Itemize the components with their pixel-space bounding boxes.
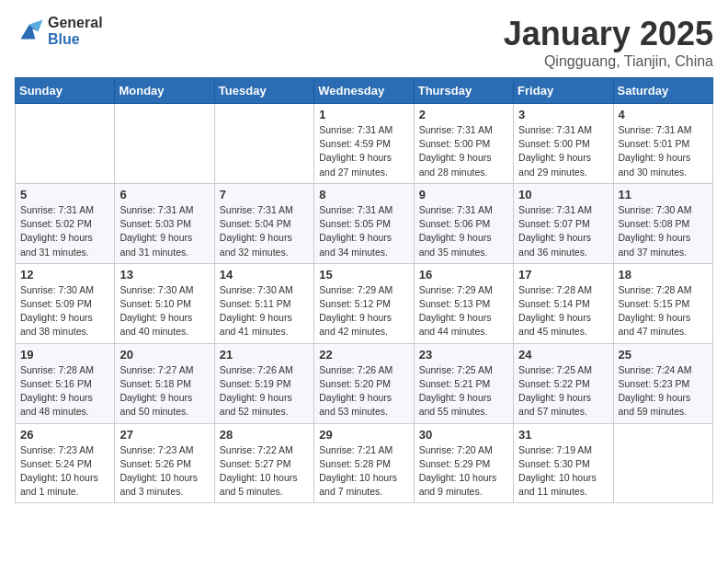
day-number: 18	[619, 268, 708, 282]
day-info: Sunrise: 7:31 AM Sunset: 5:05 PM Dayligh…	[319, 203, 408, 259]
calendar-cell: 9Sunrise: 7:31 AM Sunset: 5:06 PM Daylig…	[414, 183, 513, 263]
title-block: January 2025 Qingguang, Tianjin, China	[504, 15, 713, 70]
day-info: Sunrise: 7:31 AM Sunset: 5:07 PM Dayligh…	[518, 203, 608, 259]
header-day: Monday	[115, 78, 214, 104]
calendar-cell: 3Sunrise: 7:31 AM Sunset: 5:00 PM Daylig…	[514, 104, 613, 184]
calendar-cell: 22Sunrise: 7:26 AM Sunset: 5:20 PM Dayli…	[314, 343, 414, 423]
day-info: Sunrise: 7:31 AM Sunset: 5:00 PM Dayligh…	[419, 123, 508, 179]
day-info: Sunrise: 7:24 AM Sunset: 5:23 PM Dayligh…	[619, 363, 708, 419]
day-info: Sunrise: 7:30 AM Sunset: 5:08 PM Dayligh…	[619, 203, 708, 259]
day-info: Sunrise: 7:31 AM Sunset: 5:04 PM Dayligh…	[220, 203, 309, 259]
calendar-cell: 24Sunrise: 7:25 AM Sunset: 5:22 PM Dayli…	[514, 343, 613, 423]
calendar-cell: 23Sunrise: 7:25 AM Sunset: 5:21 PM Dayli…	[414, 343, 513, 423]
calendar-cell	[613, 423, 712, 503]
day-info: Sunrise: 7:31 AM Sunset: 5:03 PM Dayligh…	[119, 203, 209, 259]
header-day: Wednesday	[314, 78, 414, 104]
month-title: January 2025	[504, 15, 713, 53]
calendar-header: SundayMondayTuesdayWednesdayThursdayFrid…	[16, 78, 713, 104]
calendar-cell: 21Sunrise: 7:26 AM Sunset: 5:19 PM Dayli…	[214, 343, 313, 423]
day-info: Sunrise: 7:31 AM Sunset: 5:00 PM Dayligh…	[518, 123, 608, 179]
location-subtitle: Qingguang, Tianjin, China	[504, 53, 713, 70]
day-number: 17	[518, 268, 608, 282]
day-info: Sunrise: 7:20 AM Sunset: 5:29 PM Dayligh…	[419, 443, 508, 500]
logo-icon	[15, 18, 44, 44]
calendar-week-row: 1Sunrise: 7:31 AM Sunset: 4:59 PM Daylig…	[16, 104, 713, 184]
calendar-cell: 18Sunrise: 7:28 AM Sunset: 5:15 PM Dayli…	[613, 263, 712, 343]
calendar-cell: 17Sunrise: 7:28 AM Sunset: 5:14 PM Dayli…	[514, 263, 613, 343]
header-day: Thursday	[414, 78, 513, 104]
day-number: 16	[419, 268, 508, 282]
day-number: 20	[119, 348, 209, 362]
calendar-cell: 31Sunrise: 7:19 AM Sunset: 5:30 PM Dayli…	[514, 423, 613, 503]
calendar-cell: 13Sunrise: 7:30 AM Sunset: 5:10 PM Dayli…	[115, 263, 214, 343]
calendar-cell: 19Sunrise: 7:28 AM Sunset: 5:16 PM Dayli…	[16, 343, 115, 423]
day-info: Sunrise: 7:30 AM Sunset: 5:11 PM Dayligh…	[220, 283, 309, 339]
day-number: 14	[220, 268, 309, 282]
calendar-cell: 10Sunrise: 7:31 AM Sunset: 5:07 PM Dayli…	[514, 183, 613, 263]
calendar-cell: 11Sunrise: 7:30 AM Sunset: 5:08 PM Dayli…	[613, 183, 712, 263]
day-info: Sunrise: 7:31 AM Sunset: 5:02 PM Dayligh…	[20, 203, 109, 259]
day-number: 7	[220, 188, 309, 201]
day-info: Sunrise: 7:30 AM Sunset: 5:10 PM Dayligh…	[119, 283, 209, 339]
day-number: 29	[319, 428, 408, 442]
calendar-cell: 5Sunrise: 7:31 AM Sunset: 5:02 PM Daylig…	[16, 183, 115, 263]
day-number: 31	[518, 428, 608, 442]
page-header: General Blue January 2025 Qingguang, Tia…	[15, 15, 713, 70]
calendar-cell: 6Sunrise: 7:31 AM Sunset: 5:03 PM Daylig…	[115, 183, 214, 263]
logo-text: General Blue	[48, 15, 103, 48]
calendar-cell: 29Sunrise: 7:21 AM Sunset: 5:28 PM Dayli…	[314, 423, 414, 503]
day-info: Sunrise: 7:31 AM Sunset: 5:06 PM Dayligh…	[419, 203, 508, 259]
day-number: 8	[319, 188, 408, 201]
calendar-cell: 15Sunrise: 7:29 AM Sunset: 5:12 PM Dayli…	[314, 263, 414, 343]
calendar-cell: 25Sunrise: 7:24 AM Sunset: 5:23 PM Dayli…	[613, 343, 712, 423]
day-info: Sunrise: 7:29 AM Sunset: 5:12 PM Dayligh…	[319, 283, 408, 339]
day-number: 23	[419, 348, 508, 362]
calendar-body: 1Sunrise: 7:31 AM Sunset: 4:59 PM Daylig…	[16, 104, 713, 503]
day-info: Sunrise: 7:26 AM Sunset: 5:20 PM Dayligh…	[319, 363, 408, 419]
day-number: 5	[20, 188, 109, 201]
calendar-table: SundayMondayTuesdayWednesdayThursdayFrid…	[15, 77, 713, 503]
day-info: Sunrise: 7:30 AM Sunset: 5:09 PM Dayligh…	[20, 283, 109, 339]
calendar-cell: 7Sunrise: 7:31 AM Sunset: 5:04 PM Daylig…	[214, 183, 313, 263]
day-number: 26	[20, 428, 109, 442]
day-info: Sunrise: 7:31 AM Sunset: 5:01 PM Dayligh…	[619, 123, 708, 179]
day-number: 25	[619, 348, 708, 362]
day-number: 4	[619, 108, 708, 121]
header-day: Friday	[514, 78, 613, 104]
day-number: 11	[619, 188, 708, 201]
day-info: Sunrise: 7:25 AM Sunset: 5:22 PM Dayligh…	[518, 363, 608, 419]
header-day: Sunday	[16, 78, 115, 104]
calendar-week-row: 26Sunrise: 7:23 AM Sunset: 5:24 PM Dayli…	[16, 423, 713, 503]
day-number: 2	[419, 108, 508, 121]
day-number: 30	[419, 428, 508, 442]
logo: General Blue	[15, 15, 103, 48]
calendar-cell: 30Sunrise: 7:20 AM Sunset: 5:29 PM Dayli…	[414, 423, 513, 503]
calendar-week-row: 12Sunrise: 7:30 AM Sunset: 5:09 PM Dayli…	[16, 263, 713, 343]
calendar-cell: 28Sunrise: 7:22 AM Sunset: 5:27 PM Dayli…	[214, 423, 313, 503]
day-info: Sunrise: 7:25 AM Sunset: 5:21 PM Dayligh…	[419, 363, 508, 419]
calendar-cell: 1Sunrise: 7:31 AM Sunset: 4:59 PM Daylig…	[314, 104, 414, 184]
calendar-cell: 4Sunrise: 7:31 AM Sunset: 5:01 PM Daylig…	[613, 104, 712, 184]
calendar-cell: 8Sunrise: 7:31 AM Sunset: 5:05 PM Daylig…	[314, 183, 414, 263]
calendar-cell: 26Sunrise: 7:23 AM Sunset: 5:24 PM Dayli…	[16, 423, 115, 503]
day-info: Sunrise: 7:28 AM Sunset: 5:16 PM Dayligh…	[20, 363, 109, 419]
day-number: 24	[518, 348, 608, 362]
day-info: Sunrise: 7:22 AM Sunset: 5:27 PM Dayligh…	[220, 443, 309, 500]
day-number: 10	[518, 188, 608, 201]
calendar-cell	[16, 104, 115, 184]
calendar-cell: 14Sunrise: 7:30 AM Sunset: 5:11 PM Dayli…	[214, 263, 313, 343]
header-day: Saturday	[613, 78, 712, 104]
calendar-week-row: 5Sunrise: 7:31 AM Sunset: 5:02 PM Daylig…	[16, 183, 713, 263]
day-number: 27	[119, 428, 209, 442]
day-info: Sunrise: 7:23 AM Sunset: 5:26 PM Dayligh…	[119, 443, 209, 500]
day-info: Sunrise: 7:28 AM Sunset: 5:15 PM Dayligh…	[619, 283, 708, 339]
day-info: Sunrise: 7:19 AM Sunset: 5:30 PM Dayligh…	[518, 443, 608, 500]
day-number: 22	[319, 348, 408, 362]
calendar-week-row: 19Sunrise: 7:28 AM Sunset: 5:16 PM Dayli…	[16, 343, 713, 423]
day-number: 13	[119, 268, 209, 282]
day-number: 21	[220, 348, 309, 362]
day-number: 6	[119, 188, 209, 201]
calendar-cell	[214, 104, 313, 184]
day-number: 28	[220, 428, 309, 442]
calendar-cell: 27Sunrise: 7:23 AM Sunset: 5:26 PM Dayli…	[115, 423, 214, 503]
